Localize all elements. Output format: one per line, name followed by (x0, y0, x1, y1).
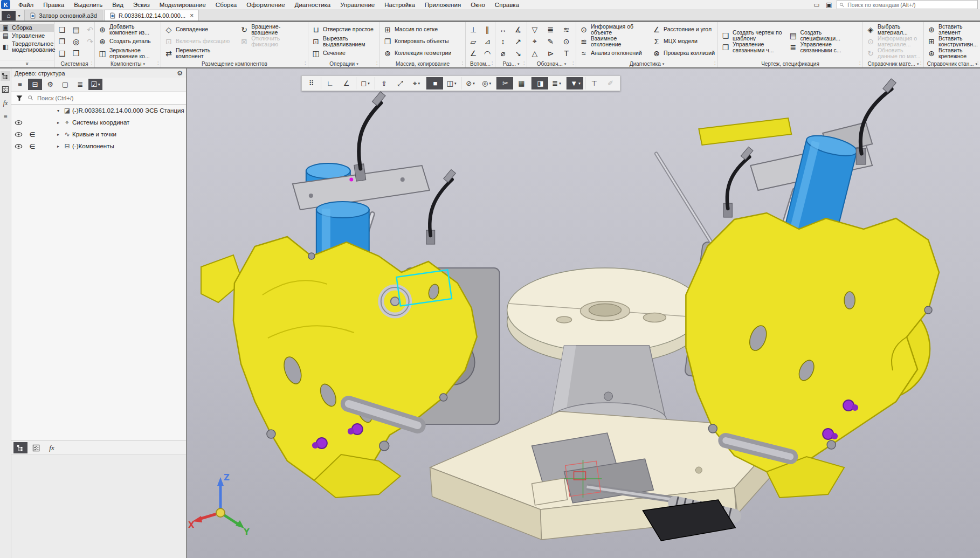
save-as-button[interactable]: ❒ (70, 47, 82, 59)
tree-search-input[interactable] (36, 94, 183, 102)
panel-toggle-icon[interactable]: ▣ (824, 1, 834, 9)
bottom-tab-parameters[interactable] (29, 442, 43, 453)
designation-text-button[interactable]: T (560, 47, 575, 59)
bottom-tab-structure[interactable] (13, 442, 27, 453)
menu-item[interactable]: Окно (466, 1, 490, 9)
distance-angle-button[interactable]: ∠ Расстояние и угол (650, 24, 716, 36)
designation-point-button[interactable]: ⊙ (560, 36, 575, 47)
menu-item[interactable]: Управление (335, 1, 379, 9)
expander-icon[interactable]: ▾ (54, 108, 62, 113)
section-display-button[interactable]: ◎ ▾ (479, 77, 494, 89)
tree-node-label[interactable]: (-)Компоненты (72, 143, 114, 149)
save-document-button[interactable]: ❑ (56, 47, 68, 59)
group-grip-icon[interactable]: ⋮ (919, 60, 923, 65)
create-specification-button[interactable]: ▤ Создать спецификаци... (786, 30, 861, 42)
expander-icon[interactable]: ▸ (54, 120, 62, 125)
tree-display-options-button[interactable]: ☑ ▾ (88, 79, 102, 90)
section-button[interactable]: ◫ Сечение (309, 47, 378, 59)
tree-layers-button[interactable]: ≣ (73, 79, 87, 90)
rotation-rotation-button[interactable]: ↻ Вращение-вращение (238, 24, 307, 36)
menu-item[interactable]: Эскиз (128, 1, 155, 9)
filter-funnel-icon[interactable] (14, 93, 25, 103)
group-dropdown-icon[interactable]: ▾ (356, 62, 358, 66)
visibility-eye-icon[interactable] (11, 107, 25, 115)
group-grip-icon[interactable]: ⋮ (156, 60, 160, 65)
designation-roughness-button[interactable]: △ (528, 47, 543, 59)
sketch-place-button[interactable]: ∠ (339, 77, 354, 89)
new-document-button[interactable]: ❏ (56, 24, 68, 36)
visibility-eye-icon[interactable] (11, 130, 25, 139)
group-grip-icon[interactable]: ⋮ (976, 60, 980, 65)
group-grip-icon[interactable]: ⋮ (490, 60, 494, 65)
tree-structure-button[interactable]: ⊟ (28, 79, 42, 90)
drag-handle[interactable]: ⠿ (303, 77, 319, 89)
assembly-model[interactable] (187, 68, 980, 558)
bottom-tab-variables[interactable]: fx (45, 442, 59, 453)
designation-table-button[interactable]: ≣ (544, 24, 558, 36)
layers-button[interactable]: ≣ ▾ (549, 77, 564, 89)
tree-row[interactable]: ▸ ⌖ Системы координат (11, 116, 186, 128)
group-grip-icon[interactable]: ⋮ (89, 60, 94, 65)
variables-panel-tab[interactable]: fx (1, 98, 10, 108)
layout-toggle-icon[interactable]: ▭ (812, 1, 822, 9)
aux-point-button[interactable]: ∠ (467, 47, 480, 59)
mass-properties-button[interactable]: Σ МЦХ модели (650, 36, 716, 47)
aux-spline-button[interactable]: ◠ (481, 47, 494, 59)
aux-plane-button[interactable]: ⊥ (467, 24, 480, 36)
group-dropdown-icon[interactable]: ▾ (517, 62, 520, 66)
move-component-button[interactable]: ⇄ Переместить компонент (162, 47, 237, 59)
diameter-dimension-button[interactable]: ⌀ (496, 47, 510, 59)
tree-relations-button[interactable]: ⚙ (43, 79, 57, 90)
visibility-eye-icon[interactable] (11, 119, 25, 127)
group-grip-icon[interactable]: ⋮ (713, 60, 717, 65)
group-grip-icon[interactable]: ⋮ (858, 60, 862, 65)
coincidence-button[interactable]: ◇ Совпадение (162, 24, 237, 36)
aux-contour-button[interactable]: ⊿ (481, 36, 494, 47)
aux-line-button[interactable]: ∥ (481, 24, 494, 36)
object-info-button[interactable]: ⊙ Информация об объекте (577, 24, 649, 36)
choose-material-button[interactable]: ◈ Выбрать материал... (864, 24, 922, 36)
deviation-analysis-button[interactable]: ≈ Анализ отклонений (577, 47, 649, 59)
disable-fixation-button[interactable]: ⊠ Отключить фиксацию (238, 36, 307, 47)
home-button[interactable]: ⌂ (2, 11, 16, 20)
structure-panel-tab[interactable] (1, 71, 10, 81)
vertical-dimension-button[interactable]: ↕ (496, 36, 510, 47)
geometry-collection-button[interactable]: ⊚ Коллекция геометрии (381, 47, 458, 59)
document-tab[interactable]: Затвор основной.a3d (24, 10, 102, 20)
designation-base-button[interactable]: ▽ (528, 24, 543, 36)
ribbon-category-tab[interactable]: ▣ Сборка (0, 24, 54, 32)
display-mode-button[interactable]: ◫ ▾ (444, 77, 459, 89)
group-grip-icon[interactable]: ⋮ (522, 60, 526, 65)
undo-button[interactable]: ↶ (84, 24, 95, 36)
tree-numbering-button[interactable]: ≡ (13, 79, 27, 90)
leader-dimension-button[interactable]: ↘ (512, 47, 526, 59)
add-component-button[interactable]: ⊕ Добавить компонент из... (96, 24, 160, 36)
app-logo-icon[interactable]: K (1, 0, 10, 9)
menu-item[interactable]: Вид (107, 1, 128, 9)
designation-arrow-button[interactable]: ⊳ (544, 47, 558, 59)
ribbon-category-tab[interactable]: ◧ Твердотельное моделирование (0, 40, 54, 54)
manage-linked-drawings-button[interactable]: ❐ Управление связанными ч... (719, 42, 785, 53)
parameters-panel-tab[interactable] (1, 85, 10, 94)
document-tab[interactable]: R.003361.02.14.00.000... × (104, 10, 199, 20)
menu-item[interactable]: Моделирование (155, 1, 211, 9)
radial-dimension-button[interactable]: ↗ (512, 36, 526, 47)
menu-item[interactable]: Правка (38, 1, 69, 9)
grid-array-button[interactable]: ⊞ Массив по сетке (381, 24, 458, 36)
collapse-ribbon-button[interactable]: » (0, 60, 54, 67)
mutual-deviation-button[interactable]: ≌ Взаимное отклонение (577, 36, 649, 47)
menu-item[interactable]: Настройка (379, 1, 420, 9)
enable-fixation-button[interactable]: ⊡ Включить фиксацию (162, 36, 237, 47)
panel-menu-button[interactable]: ≡ (1, 112, 10, 121)
cut-extrude-button[interactable]: ⊡ Вырезать выдавливанием (309, 36, 378, 47)
menu-item[interactable]: Выделить (69, 1, 107, 9)
command-search-input[interactable] (846, 1, 975, 9)
measure-tool-button[interactable]: ⊤ (585, 77, 602, 89)
insert-structural-button[interactable]: ⊞ Вставить конструктивн... (925, 36, 979, 47)
zoom-area-button[interactable]: ◻ ▾ (356, 77, 373, 89)
linear-dimension-button[interactable]: ↔ (496, 24, 510, 36)
3d-viewport[interactable]: ⠿ ∟ ∠ ◻ ▾ (187, 68, 980, 558)
group-dropdown-icon[interactable]: ▾ (143, 62, 146, 66)
eyedropper-button[interactable]: ✐ (603, 77, 618, 89)
expander-icon[interactable]: ▸ (54, 144, 62, 149)
